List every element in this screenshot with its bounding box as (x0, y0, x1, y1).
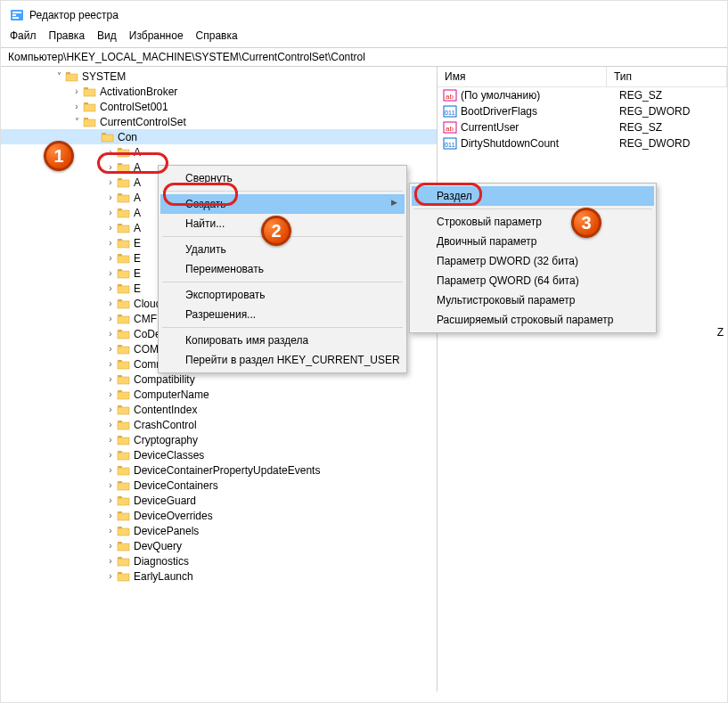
menu-help[interactable]: Справка (196, 29, 238, 42)
tree-item-devicecontainers[interactable]: ›DeviceContainers (1, 478, 437, 493)
expander-icon[interactable]: › (104, 238, 117, 248)
value-name: BootDriverFlags (461, 105, 619, 118)
expander-icon[interactable]: › (104, 147, 117, 157)
expander-icon[interactable]: › (104, 465, 117, 475)
tree-item-label: ComputerName (134, 388, 209, 401)
tree-item-label: A (134, 192, 141, 204)
tree-item-diagnostics[interactable]: ›Diagnostics (1, 553, 437, 568)
folder-icon (117, 146, 131, 159)
svg-rect-61 (118, 498, 129, 505)
ctx-rename[interactable]: Переименовать (160, 259, 405, 279)
menu-view[interactable]: Вид (97, 29, 117, 42)
tree-item-devicecontainerpropertyupdateevents[interactable]: ›DeviceContainerPropertyUpdateEvents (1, 462, 437, 478)
expander-icon[interactable]: › (104, 208, 117, 217)
value-type: REG_DWORD (619, 105, 727, 118)
tree-item-label: Con (118, 131, 137, 143)
tree-item-computername[interactable]: ›ComputerName (1, 387, 437, 402)
expander-icon[interactable]: › (104, 526, 117, 535)
tree-item-deviceoverrides[interactable]: ›DeviceOverrides (1, 508, 437, 523)
expander-icon[interactable]: › (104, 420, 117, 429)
expander-icon[interactable]: › (104, 177, 117, 187)
tree-item-label: E (134, 237, 141, 249)
expander-icon[interactable]: › (104, 405, 117, 414)
expander-icon[interactable]: › (104, 314, 117, 323)
ctx-create[interactable]: Создать (160, 194, 405, 214)
folder-icon (117, 222, 131, 234)
expander-icon[interactable]: › (104, 450, 117, 460)
expander-icon[interactable]: › (104, 556, 117, 566)
svg-rect-53 (118, 437, 129, 445)
expander-icon[interactable]: › (104, 344, 117, 354)
ctx-new-expandstring[interactable]: Расширяемый строковый параметр (412, 310, 654, 330)
tree-item-devquery[interactable]: ›DevQuery (1, 538, 437, 553)
tree-item-contentindex[interactable]: ›ContentIndex (1, 402, 437, 417)
ctx-export[interactable]: Экспортировать (160, 285, 405, 305)
ctx-new-qword[interactable]: Параметр QWORD (64 бита) (412, 271, 654, 290)
ctx-new-string[interactable]: Строковый параметр (412, 212, 654, 232)
tree-item-cryptography[interactable]: ›Cryptography (1, 432, 437, 447)
expander-icon[interactable]: › (104, 389, 117, 399)
tree-item-controlset001[interactable]: ›ControlSet001 (1, 99, 437, 114)
tree-item-devicepanels[interactable]: ›DevicePanels (1, 523, 437, 538)
svg-rect-17 (118, 165, 129, 172)
value-row[interactable]: 011BootDriverFlagsREG_DWORD (438, 103, 727, 119)
value-list-pane[interactable]: Имя Тип ab(По умолчанию)REG_SZ011BootDri… (438, 67, 727, 691)
col-header-type[interactable]: Тип (607, 67, 727, 86)
value-type-icon: ab (443, 89, 457, 102)
expander-icon[interactable]: › (104, 329, 117, 339)
value-row[interactable]: ab(По умолчанию)REG_SZ (438, 87, 727, 103)
tree-item-system[interactable]: ˅SYSTEM (1, 69, 437, 84)
expander-icon[interactable]: › (104, 435, 117, 445)
expander-icon[interactable]: › (104, 495, 117, 505)
expander-icon[interactable]: › (104, 283, 117, 293)
expander-icon[interactable]: ˅ (70, 117, 83, 127)
expander-icon[interactable]: › (104, 511, 117, 520)
ctx-collapse[interactable]: Свернуть (160, 168, 405, 188)
folder-icon (101, 131, 115, 143)
tree-item-deviceclasses[interactable]: ›DeviceClasses (1, 447, 437, 462)
expander-icon[interactable]: › (104, 374, 117, 384)
expander-icon[interactable]: › (104, 268, 117, 278)
expander-icon[interactable]: › (104, 253, 117, 263)
tree-item-earlylaunch[interactable]: ›EarlyLaunch (1, 568, 437, 584)
expander-icon[interactable]: › (104, 162, 117, 172)
tree-item-activationbroker[interactable]: ›ActivationBroker (1, 84, 437, 99)
folder-icon (117, 358, 131, 371)
ctx-goto-hkcu[interactable]: Перейти в раздел HKEY_CURRENT_USER (160, 350, 405, 370)
ctx-permissions[interactable]: Разрешения... (160, 305, 405, 324)
expander-icon[interactable]: › (104, 192, 117, 202)
folder-icon (117, 510, 131, 522)
value-name: CurrentUser (461, 121, 619, 134)
expander-icon[interactable]: › (104, 359, 117, 369)
tree-item-currentcontrolset[interactable]: ˅CurrentControlSet (1, 114, 437, 129)
menu-edit[interactable]: Правка (49, 29, 86, 42)
folder-icon (117, 570, 131, 583)
ctx-new-dword[interactable]: Параметр DWORD (32 бита) (412, 251, 654, 271)
menu-favorites[interactable]: Избранное (129, 29, 184, 42)
address-bar[interactable]: Компьютер\HKEY_LOCAL_MACHINE\SYSTEM\Curr… (1, 47, 727, 67)
menu-file[interactable]: Файл (10, 29, 37, 42)
value-row[interactable]: abCurrentUserREG_SZ (438, 119, 727, 135)
expander-icon[interactable]: › (104, 223, 117, 233)
tree-item-label: DeviceOverrides (134, 510, 213, 522)
ctx-new-multistring[interactable]: Мультистроковый параметр (412, 290, 654, 310)
expander-icon[interactable]: ˅ (53, 71, 65, 81)
ctx-new-binary[interactable]: Двоичный параметр (412, 232, 654, 251)
expander-icon[interactable]: › (70, 102, 83, 111)
value-row[interactable]: 011DirtyShutdownCountREG_DWORD (438, 135, 727, 151)
svg-text:011: 011 (445, 110, 455, 116)
expander-icon[interactable]: › (104, 571, 117, 581)
tree-item-label: ActivationBroker (100, 86, 177, 98)
expander-icon[interactable]: › (104, 541, 117, 551)
tree-item-compatibility[interactable]: ›Compatibility (1, 372, 437, 387)
tree-item-crashcontrol[interactable]: ›CrashControl (1, 417, 437, 432)
expander-icon[interactable]: › (104, 298, 117, 308)
folder-icon (117, 373, 131, 386)
expander-icon[interactable]: › (70, 86, 83, 96)
col-header-name[interactable]: Имя (438, 67, 607, 86)
expander-icon[interactable]: › (104, 480, 117, 490)
folder-icon (117, 207, 131, 219)
ctx-copy-key-name[interactable]: Копировать имя раздела (160, 331, 405, 350)
tree-item-deviceguard[interactable]: ›DeviceGuard (1, 493, 437, 508)
ctx-new-key[interactable]: Раздел (412, 186, 654, 206)
